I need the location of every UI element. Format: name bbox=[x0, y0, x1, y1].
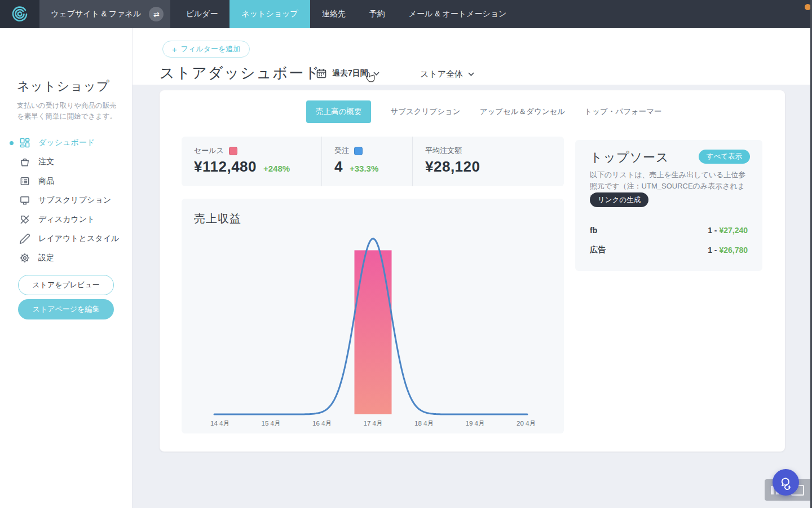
tab-0-active[interactable]: 売上高の概要 bbox=[306, 100, 371, 123]
nav-item-website-funnels[interactable]: ウェブサイト & ファネル ⇄ bbox=[39, 0, 170, 28]
sidebar-item-label: 設定 bbox=[38, 253, 54, 263]
stat-value: ¥28,120 bbox=[425, 158, 480, 176]
sidebar-item-label: 注文 bbox=[38, 157, 54, 167]
sidebar-item-discounts[interactable]: ディスカウント bbox=[0, 210, 132, 229]
revenue-chart-card: 売上収益 14 4月15 4月16 4月17 4月18 4月19 4月20 4月 bbox=[182, 199, 564, 433]
sidebar-item-label: ディスカウント bbox=[38, 214, 95, 225]
source-name: 広告 bbox=[590, 245, 606, 255]
x-axis-label: 17 4月 bbox=[364, 420, 383, 427]
nav-item-builder[interactable]: ビルダー bbox=[174, 0, 230, 28]
stat-color-swatch bbox=[354, 147, 363, 155]
top-navigation: ウェブサイト & ファネル ⇄ ビルダー ネットショップ 連絡先 予約 メール … bbox=[0, 0, 812, 28]
spiral-logo-icon bbox=[10, 5, 29, 24]
nav-item-appointments[interactable]: 予約 bbox=[358, 0, 397, 28]
sidebar-item-subscriptions[interactable]: サブスクリプション bbox=[0, 191, 132, 210]
source-value: 1 - ¥27,240 bbox=[708, 226, 748, 235]
source-row: 広告1 - ¥26,780 bbox=[590, 240, 748, 260]
monitor-icon bbox=[19, 195, 30, 206]
dashboard-icon bbox=[19, 137, 30, 148]
stat-label: 平均注文額 bbox=[425, 146, 462, 156]
stat-color-swatch bbox=[229, 147, 237, 155]
swap-icon[interactable]: ⇄ bbox=[149, 7, 164, 21]
x-axis-label: 18 4月 bbox=[414, 420, 434, 427]
generate-link-button[interactable]: リンクの生成 bbox=[590, 192, 648, 207]
stat-1: 受注4+33.3% bbox=[321, 137, 412, 186]
top-sources-card: トップソース すべて表示 以下のリストは、売上を生み出している上位参照元です（注… bbox=[575, 140, 762, 271]
sidebar-item-orders[interactable]: 注文 bbox=[0, 152, 132, 172]
tab-3[interactable]: トップ・パフォーマー bbox=[584, 100, 661, 123]
calendar-icon bbox=[316, 68, 327, 79]
dashboard-tabs: 売上高の概要サブスクリプションアップセル＆ダウンセルトップ・パフォーマー bbox=[306, 100, 662, 123]
revenue-bar[interactable] bbox=[355, 250, 392, 414]
nav-item-contacts[interactable]: 連絡先 bbox=[310, 0, 358, 28]
source-amount: ¥27,240 bbox=[719, 226, 748, 235]
view-all-button[interactable]: すべて表示 bbox=[699, 150, 750, 164]
x-axis-label: 15 4月 bbox=[262, 420, 281, 427]
x-axis-label: 19 4月 bbox=[466, 420, 485, 427]
nav-item-netshop[interactable]: ネットショップ bbox=[230, 0, 310, 28]
nav-item-label: ウェブサイト & ファネル bbox=[51, 9, 141, 19]
sidebar-item-products[interactable]: 商品 bbox=[0, 172, 132, 191]
sidebar-subtitle: 支払いの受け取りや商品の販売を素早く簡単に開始できます。 bbox=[17, 100, 117, 122]
store-scope-value: ストア全体 bbox=[420, 69, 463, 80]
chat-button[interactable] bbox=[773, 469, 799, 496]
x-axis-label: 16 4月 bbox=[312, 420, 332, 427]
source-row: fb1 - ¥27,240 bbox=[590, 220, 748, 240]
sidebar-item-label: サブスクリプション bbox=[38, 195, 111, 205]
tag-slash-icon bbox=[19, 214, 30, 225]
source-value: 1 - ¥26,780 bbox=[708, 246, 748, 255]
plus-icon: + bbox=[172, 45, 177, 54]
stat-0: セールス¥112,480+248% bbox=[182, 137, 321, 186]
tab-1[interactable]: サブスクリプション bbox=[390, 100, 460, 123]
app-logo[interactable] bbox=[0, 0, 39, 28]
source-name: fb bbox=[590, 226, 597, 235]
sidebar: ネットショップ 支払いの受け取りや商品の販売を素早く簡単に開始できます。 ダッシ… bbox=[0, 28, 132, 508]
nav-item-email-automation[interactable]: メール & オートメーション bbox=[397, 0, 519, 28]
stats-summary-card: セールス¥112,480+248%受注4+33.3%平均注文額¥28,120 bbox=[182, 137, 564, 186]
sidebar-menu: ダッシュボード注文商品サブスクリプションディスカウントレイアウトとスタイル設定 bbox=[0, 133, 132, 268]
add-filter-button[interactable]: + フィルターを追加 bbox=[162, 41, 250, 58]
sidebar-title: ネットショップ bbox=[17, 78, 110, 95]
sidebar-item-label: 商品 bbox=[38, 176, 54, 186]
date-range-value: 過去7日間 bbox=[332, 68, 368, 78]
pen-icon bbox=[19, 233, 30, 244]
chat-bubbles-icon bbox=[779, 475, 793, 490]
stat-2: 平均注文額¥28,120 bbox=[412, 137, 564, 186]
preview-store-button[interactable]: ストアをプレビュー bbox=[18, 275, 114, 295]
sidebar-item-layout-styles[interactable]: レイアウトとスタイル bbox=[0, 229, 132, 248]
top-sources-title: トップソース bbox=[590, 149, 669, 166]
stat-label: セールス bbox=[194, 146, 224, 156]
chevron-down-icon bbox=[468, 72, 474, 76]
sidebar-item-dashboard[interactable]: ダッシュボード bbox=[0, 133, 132, 152]
basket-icon bbox=[19, 156, 30, 168]
store-scope-picker[interactable]: ストア全体 bbox=[420, 69, 474, 80]
stat-delta: +33.3% bbox=[350, 164, 378, 173]
tab-2[interactable]: アップセル＆ダウンセル bbox=[480, 100, 566, 123]
stat-value: 4 bbox=[334, 158, 343, 176]
x-axis-label: 14 4月 bbox=[210, 420, 230, 427]
page-title: ストアダッシュボード bbox=[160, 63, 320, 83]
stat-label: 受注 bbox=[334, 146, 349, 156]
sidebar-item-label: レイアウトとスタイル bbox=[38, 234, 119, 244]
chevron-down-icon bbox=[373, 72, 379, 76]
sidebar-item-settings[interactable]: 設定 bbox=[0, 248, 132, 268]
stat-value: ¥112,480 bbox=[194, 158, 257, 176]
stat-delta: +248% bbox=[263, 164, 290, 173]
date-range-picker[interactable]: 過去7日間 bbox=[316, 68, 379, 79]
source-amount: ¥26,780 bbox=[719, 246, 748, 255]
edit-store-page-button[interactable]: ストアページを編集 bbox=[18, 299, 114, 319]
gear-icon bbox=[19, 252, 30, 264]
list-box-icon bbox=[19, 176, 30, 187]
revenue-chart[interactable]: 14 4月15 4月16 4月17 4月18 4月19 4月20 4月 bbox=[182, 199, 564, 433]
top-sources-list: fb1 - ¥27,240広告1 - ¥26,780 bbox=[590, 220, 748, 260]
x-axis-label: 20 4月 bbox=[517, 420, 536, 427]
active-dot bbox=[10, 141, 14, 145]
sidebar-item-label: ダッシュボード bbox=[38, 138, 95, 148]
